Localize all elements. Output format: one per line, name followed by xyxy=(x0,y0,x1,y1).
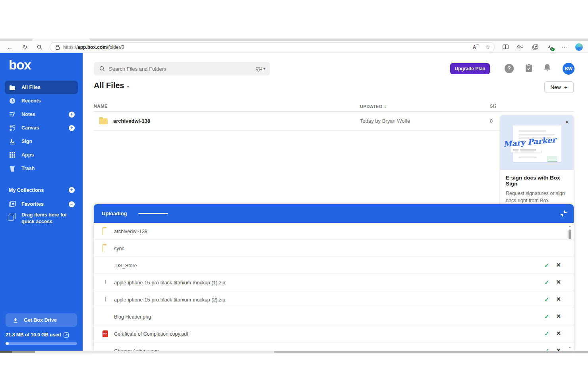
remove-upload-icon[interactable]: ✕ xyxy=(556,296,561,302)
sidebar-item-sign[interactable]: Sign xyxy=(5,135,78,148)
upload-list-scrollbar[interactable]: ▲ ▼ xyxy=(568,225,573,349)
upload-row[interactable]: apple-iphone-15-pro-black-titanium-mocku… xyxy=(94,274,574,291)
sidebar-item-label: Notes xyxy=(21,112,35,117)
trash-icon xyxy=(9,165,16,172)
copilot-icon[interactable] xyxy=(574,41,584,53)
promo-illustration: ✕ Mary Parker xyxy=(500,115,574,170)
sidebar-item-recents[interactable]: Recents xyxy=(5,94,78,108)
more-menu-icon[interactable]: ⋯ xyxy=(559,41,570,53)
remove-upload-icon[interactable]: ✕ xyxy=(556,330,561,336)
search-icon xyxy=(99,66,105,71)
search-input[interactable] xyxy=(109,66,256,72)
upload-success-check-icon: ✓ xyxy=(544,296,549,303)
refresh-icon[interactable]: ↻ xyxy=(20,41,30,53)
upload-row[interactable]: archivedwl-138 xyxy=(94,223,574,240)
add-canvas-icon[interactable]: + xyxy=(69,125,75,131)
upload-panel: Uploading archivedwl-138 sync .DS_Store … xyxy=(94,204,574,351)
upload-item-name: Blog Header.png xyxy=(114,314,151,320)
drag-hint-text: Drag items here for quick access xyxy=(21,212,68,225)
scrollbar-thumb[interactable] xyxy=(0,351,12,353)
sidebar-item-apps[interactable]: Apps xyxy=(5,148,78,162)
upgrade-plan-button[interactable]: Upgrade Plan xyxy=(450,63,490,74)
scroll-up-icon[interactable]: ▲ xyxy=(569,225,571,228)
split-screen-icon[interactable] xyxy=(500,41,511,53)
scrollbar-thumb[interactable] xyxy=(569,230,571,239)
add-collection-icon[interactable]: + xyxy=(69,187,75,193)
remove-upload-icon[interactable]: ✕ xyxy=(556,279,561,285)
sidebar-item-label: Sign xyxy=(21,139,32,144)
column-updated[interactable]: UPDATED↓ xyxy=(360,104,386,109)
folder-icon xyxy=(99,118,108,124)
file-name[interactable]: archivedwl-138 xyxy=(113,118,150,124)
address-bar[interactable]: https://app.box.com/folder/0 A⌒ ☆ xyxy=(50,42,495,52)
promo-title: E-sign docs with Box Sign xyxy=(506,175,568,187)
collapse-panel-icon[interactable] xyxy=(561,210,567,216)
search-toolbar-icon[interactable] xyxy=(34,41,44,53)
sidebar-item-label: Trash xyxy=(21,166,35,171)
get-box-drive-button[interactable]: Get Box Drive xyxy=(6,313,77,327)
search-bar[interactable]: ▾ xyxy=(94,62,270,75)
drag-hint: Drag items here for quick access xyxy=(10,212,68,225)
upload-row[interactable]: apple-iphone-15-pro-black-titanium-mocku… xyxy=(94,291,574,308)
favorites-bar-icon[interactable] xyxy=(515,41,525,53)
search-filter-icon[interactable]: ▾ xyxy=(256,67,265,71)
column-size[interactable]: SIZE xyxy=(490,104,496,108)
clock-icon xyxy=(9,97,16,104)
page-title: All Files xyxy=(94,81,124,90)
upload-success-check-icon: ✓ xyxy=(544,279,549,286)
screenshot-root: ← ↻ https://app.box.com/folder/0 A⌒ ☆ xyxy=(0,0,588,392)
favorites-label: Favorites xyxy=(21,201,44,207)
external-link-icon[interactable]: ↗ xyxy=(64,332,69,338)
scroll-down-icon[interactable]: ▼ xyxy=(569,346,571,349)
get-box-drive-label: Get Box Drive xyxy=(24,317,57,323)
sidebar-nav: All Files Recents Notes + Canvas xyxy=(0,81,83,175)
remove-upload-icon[interactable]: ✕ xyxy=(556,313,561,319)
sidebar-item-notes[interactable]: Notes + xyxy=(5,108,78,121)
upload-row[interactable]: Chrome Actions.png ✓ ✕ xyxy=(94,342,574,351)
help-icon[interactable]: ? xyxy=(505,64,514,73)
upload-row[interactable]: Blog Header.png ✓ ✕ xyxy=(94,308,574,325)
sidebar-item-all-files[interactable]: All Files xyxy=(5,81,78,94)
storage-usage: 21.8 MB of 10.0 GB used ↗ xyxy=(6,332,69,338)
upload-item-name: Certificate of Completion copy.pdf xyxy=(114,331,188,337)
new-button[interactable]: New + xyxy=(544,81,574,93)
collapse-favorites-icon[interactable]: ︿ xyxy=(69,201,75,207)
remove-upload-icon[interactable]: ✕ xyxy=(556,347,561,351)
add-note-icon[interactable]: + xyxy=(69,112,75,118)
file-updated: Today by Bryan Wolfe xyxy=(360,118,410,124)
avatar[interactable]: BW xyxy=(563,63,574,75)
notes-icon xyxy=(9,111,16,118)
upload-row[interactable]: .DS_Store ✓ ✕ xyxy=(94,257,574,274)
url-text[interactable]: https://app.box.com/folder/0 xyxy=(63,44,124,50)
browser-essentials-icon[interactable]: ✓ xyxy=(545,41,555,53)
storage-progress-bar xyxy=(6,342,77,345)
upload-row[interactable]: sync xyxy=(94,240,574,257)
column-name[interactable]: NAME xyxy=(94,104,108,108)
plus-icon: + xyxy=(564,84,568,91)
my-collections-header: My Collections xyxy=(9,187,44,193)
clipboard-icon[interactable] xyxy=(525,64,533,73)
favorite-star-icon[interactable]: ☆ xyxy=(485,44,490,50)
table-header: NAME UPDATED↓ SIZE xyxy=(94,102,574,112)
upload-item-name: sync xyxy=(114,246,124,251)
drag-items-icon xyxy=(10,213,16,219)
title-dropdown-caret-icon[interactable]: ▾ xyxy=(127,84,129,89)
sidebar-item-trash[interactable]: Trash xyxy=(5,162,78,175)
remove-upload-icon[interactable]: ✕ xyxy=(556,262,561,268)
back-icon[interactable]: ← xyxy=(5,41,15,53)
upload-success-check-icon: ✓ xyxy=(544,313,549,320)
folder-icon xyxy=(103,228,103,235)
close-icon[interactable]: ✕ xyxy=(565,119,569,125)
lock-icon[interactable] xyxy=(56,44,60,51)
horizontal-scrollbar[interactable] xyxy=(0,351,588,353)
sidebar-item-favorites[interactable]: Favorites ︿ xyxy=(5,197,78,211)
sidebar-item-canvas[interactable]: Canvas + xyxy=(5,121,78,135)
notifications-bell-icon[interactable] xyxy=(544,64,551,72)
upload-panel-header[interactable]: Uploading xyxy=(94,204,574,223)
collections-icon[interactable] xyxy=(530,41,540,53)
box-sign-promo-card: ✕ Mary Parker E-sign docs with Box xyxy=(500,115,574,210)
upload-row[interactable]: PDF Certificate of Completion copy.pdf ✓… xyxy=(94,325,574,342)
download-icon xyxy=(13,317,18,323)
read-aloud-icon[interactable]: A⌒ xyxy=(473,44,479,50)
box-logo[interactable]: box xyxy=(9,58,31,73)
